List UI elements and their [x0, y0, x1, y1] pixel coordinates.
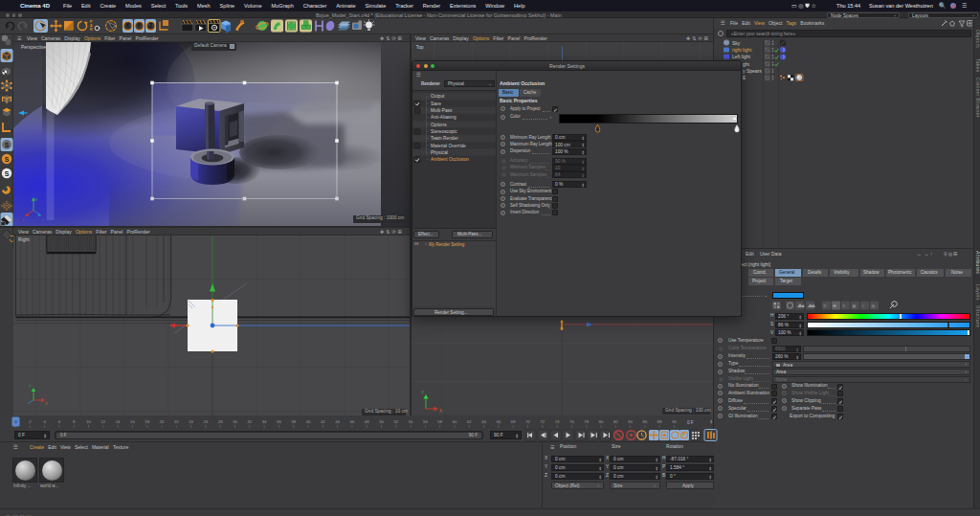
svg-text:34: 34: [262, 419, 267, 424]
svg-text:82: 82: [613, 419, 618, 424]
svg-text:38: 38: [291, 419, 296, 424]
svg-text:42: 42: [321, 419, 325, 424]
svg-text:66: 66: [497, 419, 501, 424]
svg-text:Output: Output: [431, 94, 445, 99]
svg-text:y Spears: y Spears: [743, 68, 762, 74]
svg-text:14: 14: [116, 419, 121, 424]
svg-text:72: 72: [540, 419, 545, 424]
svg-text:30: 30: [233, 419, 237, 424]
svg-text:Multi-Pass: Multi-Pass: [431, 108, 453, 113]
svg-text:52: 52: [393, 419, 398, 424]
svg-text:Physical: Physical: [431, 150, 448, 155]
svg-text:84: 84: [628, 419, 633, 424]
svg-text:22: 22: [174, 419, 179, 424]
svg-text:4: 4: [43, 419, 46, 424]
svg-text:12: 12: [100, 419, 105, 424]
svg-text:18: 18: [145, 419, 149, 424]
svg-text:74: 74: [555, 419, 560, 424]
svg-text:36: 36: [277, 419, 281, 424]
svg-text:H: H: [834, 303, 836, 308]
svg-text:26: 26: [204, 419, 209, 424]
svg-text:Options: Options: [431, 123, 447, 127]
svg-text:S: S: [5, 142, 10, 148]
svg-text:R: R: [90, 28, 93, 32]
svg-text:y: y: [35, 197, 37, 201]
svg-text:88: 88: [657, 419, 662, 424]
svg-text:R: R: [824, 303, 827, 308]
svg-text:16: 16: [130, 419, 135, 424]
svg-text:54: 54: [409, 419, 413, 424]
svg-text:56: 56: [423, 419, 428, 424]
svg-text:20: 20: [160, 419, 165, 424]
svg-text:86: 86: [643, 419, 648, 424]
svg-text:64: 64: [481, 419, 486, 424]
svg-text:Anti-Aliasing: Anti-Aliasing: [431, 115, 457, 120]
svg-text:90: 90: [672, 419, 677, 424]
svg-text:right light: right light: [732, 47, 752, 53]
svg-text:ght: ght: [743, 61, 750, 67]
svg-text:E: E: [743, 75, 746, 80]
svg-text:46: 46: [350, 419, 355, 424]
svg-text:Stereoscopic: Stereoscopic: [431, 129, 457, 134]
svg-text:S: S: [5, 170, 10, 177]
svg-text:48: 48: [365, 419, 369, 424]
svg-text:▤: ▤: [872, 303, 876, 308]
svg-text:X: X: [125, 22, 130, 29]
svg-text:8: 8: [73, 419, 76, 424]
svg-text:Team Render: Team Render: [431, 136, 458, 141]
svg-text:60: 60: [453, 419, 457, 424]
svg-text:2: 2: [29, 419, 32, 424]
svg-text:24: 24: [189, 419, 193, 424]
svg-text:40: 40: [306, 419, 311, 424]
svg-text:K: K: [843, 303, 846, 308]
svg-text:X: X: [439, 409, 442, 414]
svg-text:Left light: Left light: [732, 54, 751, 59]
svg-text:Z: Z: [149, 22, 153, 29]
svg-text:28: 28: [218, 419, 223, 424]
svg-text:0 F: 0 F: [687, 420, 694, 425]
svg-text:70: 70: [525, 419, 530, 424]
svg-text:6: 6: [58, 419, 61, 424]
svg-text:Ambient Occlusion: Ambient Occlusion: [431, 157, 469, 162]
svg-text:10: 10: [86, 419, 91, 424]
svg-text:44: 44: [335, 419, 340, 424]
svg-text:x: x: [22, 218, 24, 222]
svg-text:z: z: [42, 218, 44, 222]
svg-text:▦: ▦: [853, 303, 857, 308]
svg-text:Y: Y: [421, 391, 424, 395]
svg-text:76: 76: [569, 419, 574, 424]
svg-text:32: 32: [247, 419, 252, 424]
svg-text:62: 62: [467, 419, 472, 424]
svg-text:68: 68: [511, 419, 516, 424]
svg-text:Material Override: Material Override: [431, 144, 466, 148]
svg-text:50: 50: [379, 419, 384, 424]
svg-text:X: X: [45, 402, 48, 406]
svg-text:80: 80: [599, 419, 604, 424]
svg-text:Save: Save: [431, 101, 441, 106]
svg-text:Y: Y: [137, 22, 142, 29]
svg-text:78: 78: [584, 419, 589, 424]
svg-text:S: S: [5, 156, 10, 163]
svg-text:Y: Y: [29, 385, 32, 389]
svg-text:Sky: Sky: [732, 40, 741, 46]
svg-text:58: 58: [437, 419, 442, 424]
